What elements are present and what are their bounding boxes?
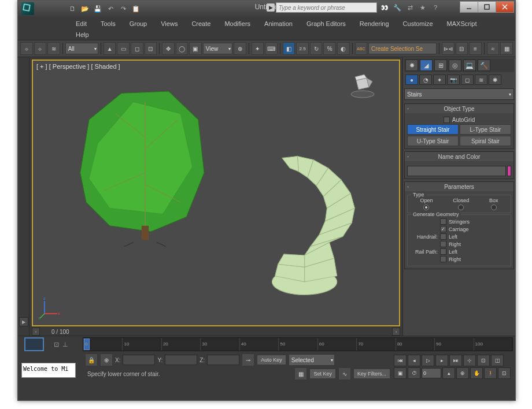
percent-snap-icon[interactable]: % — [323, 42, 336, 55]
absolute-icon[interactable]: ⊕ — [100, 354, 113, 366]
binoculars-icon[interactable]: 👀 — [380, 3, 389, 12]
tab-utilities-icon[interactable]: 🔨 — [478, 60, 490, 71]
keyfilter-icon[interactable]: ∿ — [338, 367, 351, 380]
category-dropdown[interactable]: Stairs — [404, 88, 514, 100]
object-name-input[interactable] — [407, 166, 506, 176]
collapse-icon[interactable]: - — [407, 154, 409, 159]
spinner-icon[interactable]: ▴ — [442, 367, 455, 379]
new-icon[interactable]: 🗋 — [68, 4, 77, 13]
straight-stair-button[interactable]: Straight Stair — [407, 124, 459, 135]
mirror-icon[interactable]: ⊳⊲ — [442, 42, 455, 55]
spiral-stair-button[interactable]: Spiral Stair — [460, 136, 511, 146]
cat-space-icon[interactable]: ≋ — [475, 75, 487, 85]
snap-2d-icon[interactable]: ◧ — [283, 42, 295, 55]
exchange-icon[interactable]: ⇄ — [406, 3, 414, 12]
key-icon[interactable]: ⊸ — [242, 354, 254, 366]
tab-display-icon[interactable]: 💻 — [463, 60, 476, 71]
lock-selection-icon[interactable]: 🔒 — [85, 354, 98, 366]
cat-systems-icon[interactable]: ✱ — [489, 75, 501, 85]
u-type-stair-button[interactable]: U-Type Stair — [407, 136, 459, 146]
play-icon[interactable]: ▷ — [422, 355, 434, 366]
rollout-head-name-color[interactable]: - Name and Color — [405, 152, 513, 161]
mini-viewport[interactable] — [24, 337, 44, 351]
window-crossing-icon[interactable]: ⊡ — [145, 42, 157, 55]
nav-3-icon[interactable]: ◫ — [491, 355, 504, 366]
bind-icon[interactable]: ≋ — [47, 42, 60, 55]
star-icon[interactable]: ★ — [419, 3, 427, 12]
menu-animation[interactable]: Animation — [257, 18, 300, 29]
rollout-head-parameters[interactable]: - Parameters — [405, 182, 513, 191]
link-icon[interactable]: ⟐ — [20, 42, 33, 55]
rollout-head-object-type[interactable]: - Object Type — [405, 104, 513, 113]
keyfilters-button[interactable]: Key Filters... — [353, 369, 390, 379]
expand-icon[interactable]: ▶ — [19, 317, 28, 326]
select-rect-icon[interactable]: ◻ — [131, 42, 143, 55]
cat-shapes-icon[interactable]: ◔ — [419, 75, 432, 85]
keymode-dropdown[interactable]: Selected — [289, 354, 335, 366]
collapse-icon[interactable]: - — [407, 106, 409, 111]
rotate-icon[interactable]: ◯ — [176, 42, 189, 55]
prev-frame-icon[interactable]: ◂ — [408, 355, 420, 366]
manip-icon[interactable]: ✦ — [252, 42, 264, 55]
cat-geometry-icon[interactable]: ● — [405, 75, 418, 85]
angle-snap-icon[interactable]: ↻ — [310, 42, 323, 55]
collapse-icon[interactable]: - — [407, 184, 409, 189]
app-icon[interactable] — [21, 2, 34, 15]
grid-icon[interactable]: ▦ — [294, 367, 307, 380]
scale-icon[interactable]: ▣ — [189, 42, 202, 55]
nav-4-icon[interactable]: ▣ — [394, 367, 407, 379]
isolate-icon[interactable]: ⊡ — [54, 341, 59, 348]
handrail-right-checkbox[interactable] — [440, 241, 446, 247]
script-listener[interactable]: Welcome to Mi — [21, 363, 76, 378]
stringers-checkbox[interactable] — [440, 218, 446, 225]
viewcube[interactable] — [349, 72, 376, 99]
menu-views[interactable]: Views — [154, 18, 184, 29]
nav-6-icon[interactable]: ✋ — [470, 367, 483, 379]
viewport-scrollbar[interactable]: ‹ 0 / 100 › — [32, 328, 400, 336]
wrench-icon[interactable]: 🔧 — [393, 3, 401, 12]
lock-icon[interactable]: ⊥ — [62, 341, 68, 348]
pivot-icon[interactable]: ⊕ — [234, 42, 246, 55]
timeline[interactable]: 0102030405060708090100 — [83, 337, 513, 351]
menu-tools[interactable]: Tools — [94, 18, 123, 29]
tab-modify-icon[interactable]: ◢ — [420, 60, 433, 71]
menu-group[interactable]: Group — [123, 18, 154, 29]
filter-dropdown[interactable]: All — [65, 43, 98, 54]
snap-25-icon[interactable]: 2.5 — [296, 42, 309, 55]
cat-cameras-icon[interactable]: 📷 — [447, 75, 460, 85]
coord-dropdown[interactable]: View — [203, 43, 232, 54]
save-icon[interactable]: 💾 — [93, 4, 102, 13]
keyboard-icon[interactable]: ⌨ — [265, 42, 278, 55]
cat-lights-icon[interactable]: ✦ — [433, 75, 446, 85]
nav-7-icon[interactable]: 🚶 — [484, 367, 497, 379]
setkey-button[interactable]: Set Key — [309, 369, 336, 379]
autogrid-checkbox[interactable] — [444, 117, 450, 123]
nav-8-icon[interactable]: ⊡ — [498, 367, 511, 379]
redo-icon[interactable]: ↷ — [119, 4, 128, 13]
railpath-left-checkbox[interactable] — [440, 248, 446, 255]
menu-graph-editors[interactable]: Graph Editors — [300, 18, 353, 29]
goto-end-icon[interactable]: ⏭ — [449, 355, 462, 366]
time-config-icon[interactable]: ⏱ — [408, 367, 420, 379]
object-color-swatch[interactable] — [507, 166, 511, 176]
nav-5-icon[interactable]: ⊕ — [456, 367, 469, 379]
z-input[interactable] — [207, 355, 239, 365]
unlink-icon[interactable]: ⟐ — [34, 42, 47, 55]
nav-1-icon[interactable]: ⊹ — [463, 355, 476, 366]
goto-start-icon[interactable]: ⏮ — [394, 355, 407, 366]
help-icon[interactable]: ? — [431, 3, 439, 12]
autokey-button[interactable]: Auto Key — [257, 355, 286, 365]
schematic-icon[interactable]: ▦ — [500, 42, 513, 55]
handrail-left-checkbox[interactable] — [440, 233, 446, 240]
open-icon[interactable]: 📂 — [80, 4, 90, 13]
scroll-left-icon[interactable]: ‹ — [32, 328, 40, 336]
search-input[interactable] — [276, 2, 377, 13]
menu-create[interactable]: Create — [184, 18, 217, 29]
menu-rendering[interactable]: Rendering — [353, 18, 396, 29]
carriage-checkbox[interactable]: ✓ — [440, 226, 446, 232]
maximize-button[interactable] — [478, 1, 496, 13]
type-box-radio[interactable] — [491, 204, 497, 210]
scroll-right-icon[interactable]: › — [392, 328, 400, 336]
railpath-right-checkbox[interactable] — [440, 256, 446, 262]
next-frame-icon[interactable]: ▸ — [435, 355, 448, 366]
